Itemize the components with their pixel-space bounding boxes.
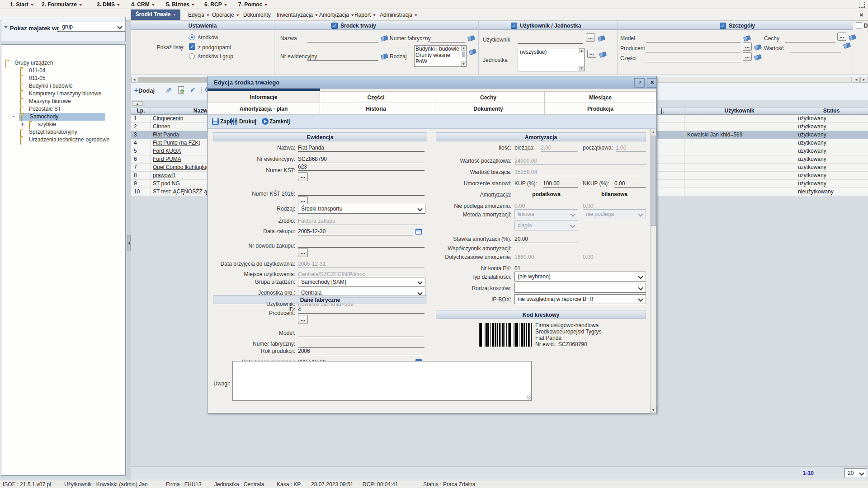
uzytkownik-filter-input[interactable]: [518, 36, 583, 44]
sort-ascending-icon[interactable]: ▲: [132, 101, 143, 106]
tab-czesci[interactable]: Części: [320, 91, 432, 103]
jednostka-filter-listbox[interactable]: (wszystkie) ▲ ▼: [518, 48, 585, 71]
dialog-close-button[interactable]: Zamknij: [269, 118, 290, 125]
tab-amortyzacja-plan[interactable]: Amortyzacja - plan: [208, 103, 320, 115]
tab-miesiace[interactable]: Miesiące: [545, 91, 656, 103]
rok-produkcji-input[interactable]: 2006: [298, 347, 425, 355]
wspolczynnik-input[interactable]: [514, 245, 578, 252]
hscroll-left-icon[interactable]: ◄: [131, 77, 137, 83]
nr-dowodu-input[interactable]: [298, 240, 425, 248]
uwagi-textarea[interactable]: [232, 361, 532, 401]
cechy-lookup-button[interactable]: ...: [837, 33, 846, 41]
model-input[interactable]: [298, 329, 425, 337]
resize-grip[interactable]: [527, 396, 531, 400]
nazwa-input[interactable]: Fiat Panda: [298, 144, 425, 152]
srodek-trwaly-checkbox[interactable]: ✓: [331, 23, 338, 29]
kup-input[interactable]: 100.00: [543, 180, 578, 188]
jednostka-lookup-button[interactable]: ...: [587, 50, 596, 58]
producent-lookup-button[interactable]: ...: [298, 315, 308, 324]
menu-dms[interactable]: 3. DMS: [97, 1, 120, 8]
numer-kst-lookup-button[interactable]: ...: [298, 172, 308, 181]
print-button[interactable]: Drukuj: [239, 118, 256, 125]
menu-crm[interactable]: 4. CRM: [131, 1, 155, 8]
add-button[interactable]: +Dodaj: [134, 86, 155, 97]
menu-formularze[interactable]: 2. Formularze: [42, 1, 82, 8]
nazwa-filter-input[interactable]: [307, 35, 378, 42]
column-header-lp[interactable]: Lp.: [131, 108, 151, 114]
module-menu-inwentaryzacja[interactable]: Inwentaryzacja: [277, 12, 318, 18]
numer-fabryczny-input[interactable]: [298, 340, 425, 348]
sidebar-filter-select[interactable]: grup: [59, 22, 125, 32]
rodzaj-select[interactable]: Środki transportu: [298, 204, 425, 214]
hscroll-right-icon[interactable]: ►: [860, 77, 868, 83]
nr-ewidencyjny-input[interactable]: SCZ868790: [298, 155, 425, 163]
scroll-up-icon[interactable]: ▲: [461, 46, 466, 51]
scroll-down-icon[interactable]: ▼: [579, 66, 584, 71]
producent-filter-input[interactable]: [646, 45, 741, 52]
numer-kst-input[interactable]: 623: [298, 163, 425, 171]
module-menu-amortyzacja[interactable]: Amortyzacja: [319, 12, 354, 18]
module-menu-operacje[interactable]: Operacje: [212, 12, 239, 18]
module-menu-raport[interactable]: Raport: [354, 12, 376, 18]
splitter-collapse-grip[interactable]: [127, 235, 131, 251]
tree-item-komputery[interactable]: Komputery i maszyny biurowe: [1, 90, 125, 98]
uzytkownik-jednostka-checkbox[interactable]: ✓: [511, 23, 517, 29]
producent-lookup-button[interactable]: ...: [743, 42, 752, 51]
typ-dzialalnosci-select[interactable]: (nie wybrano): [514, 272, 646, 282]
nr-ewidencyjny-filter-input[interactable]: [307, 53, 378, 61]
module-menu-dokumenty[interactable]: Dokumenty: [243, 12, 271, 18]
column-header-uzytkownik[interactable]: Użytkownik: [684, 108, 795, 114]
edit-pencil-icon[interactable]: ✎: [165, 86, 171, 95]
nkup-input[interactable]: 0.00: [614, 180, 646, 188]
tree-item-samochody[interactable]: -Samochody: [1, 113, 125, 121]
column-header-tail[interactable]: j.: [661, 108, 664, 114]
data-zakupu-input[interactable]: 2005-12-30: [298, 228, 413, 235]
fullscreen-icon[interactable]: [859, 2, 865, 8]
menu-pomoc[interactable]: 7. Pomoc: [238, 1, 267, 8]
module-close-icon[interactable]: ×: [859, 11, 863, 19]
tab-dokumenty[interactable]: Dokumenty: [432, 103, 545, 115]
numer-fabryczny-filter-input[interactable]: [430, 35, 465, 42]
popout-icon[interactable]: ↗: [634, 78, 645, 88]
szczegoly-checkbox[interactable]: ✓: [720, 23, 726, 29]
grupa-urzadzen-select[interactable]: Samochody [SAM]: [298, 277, 425, 287]
tree-item-urzadzenia[interactable]: Urzadzenia techniczne-ogrodowe: [1, 136, 125, 144]
dialog-scroll-down-icon[interactable]: ▼: [650, 407, 656, 413]
preview-document-icon[interactable]: [178, 86, 184, 94]
tab-historia[interactable]: Historia: [320, 103, 432, 115]
numer-kst2016-input[interactable]: [298, 188, 425, 196]
rodzaj-kosztow-select[interactable]: [514, 283, 646, 293]
module-tab-srodki-trwale[interactable]: Środki Trwałe: [131, 9, 180, 20]
czesci-lookup-button[interactable]: ...: [743, 52, 752, 61]
tab-informacje[interactable]: Informacje: [208, 91, 320, 103]
menu-biznes[interactable]: 5. Biznes: [166, 1, 194, 8]
ipbox-select[interactable]: nie uwzględniaj w raporcie B+R: [514, 294, 646, 304]
checkbox-z-podgrupami[interactable]: ✓: [189, 43, 195, 50]
dialog-scroll-up-icon[interactable]: ▲: [650, 129, 656, 135]
dialog-close-icon[interactable]: ×: [647, 78, 657, 88]
rodzaj-filter-listbox[interactable]: Budynki i budowle Grunty własne PoW ▲ ▼: [414, 45, 467, 67]
stawka-input[interactable]: 20.00: [514, 235, 578, 243]
tree-item-maszyny[interactable]: Maszyny biurowe: [1, 98, 125, 105]
calendar-icon[interactable]: [415, 229, 422, 235]
tree-expander-expand[interactable]: +: [21, 121, 24, 127]
tab-cechy[interactable]: Cechy: [432, 91, 545, 103]
page-size-select[interactable]: 20: [844, 468, 867, 478]
scroll-down-icon[interactable]: ▼: [461, 61, 466, 66]
nr-dowodu-lookup-button[interactable]: ...: [298, 248, 308, 257]
collapse-chevron-icon[interactable]: [4, 26, 8, 28]
tree-item-grupy-urzadzen[interactable]: Grupy urządzeń: [1, 59, 125, 67]
column-header-status[interactable]: Status: [795, 108, 868, 114]
radio-srodkow-i-grup[interactable]: [189, 53, 195, 59]
module-menu-edycja[interactable]: Edycja: [188, 12, 209, 18]
tree-item-pozostale[interactable]: Pozostałe ST: [1, 105, 125, 113]
dialog-scrollbar-thumb[interactable]: [651, 136, 656, 226]
tab-produkcja[interactable]: Produkcja: [545, 103, 656, 115]
model-filter-input[interactable]: [646, 35, 741, 42]
tree-item-szybkie[interactable]: +szybkie: [1, 121, 125, 128]
tree-expander-collapse[interactable]: -: [13, 113, 14, 120]
confirm-check-icon[interactable]: ✔: [190, 86, 196, 94]
module-menu-administracja[interactable]: Administracja: [380, 12, 417, 18]
uzytkownik-lookup-button[interactable]: ...: [586, 33, 595, 42]
menu-start[interactable]: 1. Start: [10, 1, 33, 8]
